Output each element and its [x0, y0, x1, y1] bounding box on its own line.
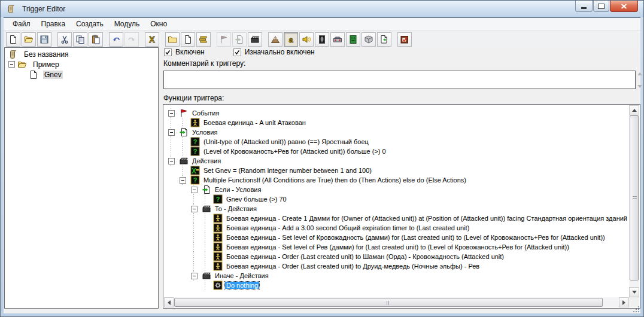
close-button[interactable]	[610, 1, 638, 12]
unit-action-icon	[190, 118, 200, 127]
new-category-button[interactable]	[165, 32, 180, 47]
tree-guide-line	[205, 233, 205, 242]
object-manager-button[interactable]	[362, 32, 376, 47]
scroll-down-button[interactable]	[629, 287, 639, 297]
trigger-function-row[interactable]: События	[164, 108, 629, 118]
paste-button[interactable]	[89, 32, 103, 47]
trigger-function-row[interactable]: X=Set Gnev = (Random integer number betw…	[164, 166, 629, 175]
unit-action-icon	[213, 223, 223, 233]
scroll-left-button[interactable]	[164, 297, 174, 307]
maximize-button[interactable]	[593, 1, 609, 12]
trigger-function-label: Do nothing	[225, 282, 259, 289]
minimize-button[interactable]	[575, 1, 593, 12]
left-tree-trigger[interactable]: Gnev	[5, 69, 158, 80]
enabled-checkbox[interactable]	[164, 48, 172, 56]
trigger-function-row[interactable]: ?Gnev больше (>) 70	[164, 194, 629, 204]
toolbar-separator	[104, 32, 109, 47]
vertical-scroll-thumb[interactable]	[630, 115, 639, 281]
test-map-button[interactable]	[397, 32, 412, 47]
collapse-toggle[interactable]	[168, 110, 175, 117]
trigger-function-row[interactable]: Do nothing	[164, 281, 629, 290]
trigger-function-row[interactable]: Иначе - Действия	[164, 271, 629, 281]
do-nothing-icon	[213, 281, 223, 290]
comment-input[interactable]	[163, 71, 636, 89]
undo-button[interactable]	[109, 32, 123, 47]
initially-on-checkbox[interactable]	[233, 48, 241, 56]
menu-item-5[interactable]: Окно	[145, 19, 172, 29]
menu-item-1[interactable]: Файл	[7, 19, 36, 29]
trigger-list-panel: Без названия Пример Gnev	[4, 47, 159, 309]
tree-guide-line	[205, 194, 205, 204]
trigger-function-row[interactable]: Если - Условия	[164, 185, 629, 194]
undo-icon	[111, 35, 121, 44]
tree-guide-line	[205, 261, 205, 271]
left-tree-category[interactable]: Пример	[5, 59, 158, 69]
collapse-toggle[interactable]	[191, 187, 198, 193]
campaign-editor-button[interactable]	[330, 32, 345, 47]
object-editor-button[interactable]	[315, 32, 329, 47]
trigger-function-row[interactable]: Боевая единица - A unit Атакован	[164, 118, 629, 127]
new-comment-button[interactable]	[196, 32, 211, 47]
trigger-function-row[interactable]: То - Действия	[164, 204, 629, 214]
scroll-up-button[interactable]	[629, 105, 639, 115]
import-manager-button[interactable]	[377, 32, 391, 47]
if-then-else-icon: ?	[190, 175, 200, 185]
unit-action-icon	[213, 233, 223, 242]
trigger-function-row[interactable]: Боевая единица - Add a 3.00 second Общий…	[164, 223, 629, 233]
trigger-function-row[interactable]: Боевая единица - Order (Last created uni…	[164, 252, 629, 261]
open-map-button[interactable]	[22, 32, 36, 47]
resize-grip[interactable]	[638, 311, 639, 312]
new-action-button[interactable]	[248, 32, 262, 47]
save-map-button[interactable]	[37, 32, 51, 47]
new-comment-icon	[199, 35, 208, 44]
trigger-function-label: Иначе - Действия	[214, 272, 270, 279]
scrollbar-corner	[629, 297, 639, 307]
trigger-function-row[interactable]: Действия	[164, 156, 629, 166]
trigger-function-row[interactable]: Боевая единица - Set level of Кровожадно…	[164, 233, 629, 242]
trigger-function-row[interactable]: ?(Level of Кровожаность+Рев for (Attacke…	[164, 147, 629, 156]
toolbar-separator	[53, 32, 57, 47]
tree-guide-line	[193, 233, 194, 242]
menu-item-3[interactable]: Создать	[71, 19, 109, 29]
toolbar-separator	[393, 32, 397, 47]
trigger-function-row[interactable]: Боевая единица - Order (Last created uni…	[164, 261, 629, 271]
cut-button[interactable]	[57, 32, 72, 47]
set-variable-icon: X=	[190, 166, 200, 175]
client-area: Без названия Пример Gnev Включен Изна	[4, 47, 640, 313]
horizontal-scroll-thumb[interactable]	[174, 298, 603, 307]
collapse-toggle[interactable]	[191, 206, 198, 212]
initially-on-checkbox-label: Изначально включен	[245, 48, 315, 56]
trigger-function-row[interactable]: ?(Unit-type of (Attacked unit)) равно (=…	[164, 137, 629, 147]
close-icon	[621, 4, 627, 9]
menu-item-4[interactable]: Модуль	[109, 19, 145, 29]
trigger-function-row[interactable]: Боевая единица - Set level of Рев (дамми…	[164, 242, 629, 252]
trigger-function-label: (Level of Кровожаность+Рев for (Attacked…	[202, 148, 387, 155]
trigger-function-row[interactable]: Боевая единица - Create 1 Дамми for (Own…	[164, 214, 629, 223]
import-manager-icon	[379, 35, 389, 44]
left-tree-root[interactable]: Без названия	[5, 49, 158, 59]
unit-action-icon	[213, 242, 223, 252]
comment-scroll-arrows	[637, 72, 642, 88]
collapse-toggle[interactable]	[168, 129, 175, 136]
expander-slot	[168, 158, 179, 164]
collapse-toggle[interactable]	[191, 273, 198, 279]
menu-item-2[interactable]: Правка	[36, 19, 71, 29]
terrain-editor-button[interactable]	[268, 32, 282, 47]
vertical-scrollbar[interactable]	[629, 105, 639, 297]
trigger-function-label: Боевая единица - Create 1 Дамми for (Own…	[225, 215, 629, 222]
delete-button[interactable]: X	[145, 32, 159, 47]
trigger-function-row[interactable]: ?Multiple FunctionsIf (All Conditions ar…	[164, 175, 629, 185]
collapse-toggle[interactable]	[180, 177, 186, 184]
trigger-function-label: Боевая единица - Set level of Рев (дамми…	[225, 243, 570, 251]
ai-editor-button[interactable]	[346, 32, 360, 47]
trigger-function-row[interactable]: Условия	[164, 127, 629, 137]
new-map-button[interactable]	[6, 32, 20, 47]
collapse-toggle[interactable]	[168, 158, 175, 164]
trigger-editor-button[interactable]: a	[284, 32, 298, 47]
sound-editor-button[interactable]	[299, 32, 314, 47]
horizontal-scrollbar[interactable]	[164, 297, 629, 307]
new-trigger-button[interactable]	[181, 32, 195, 47]
collapse-toggle[interactable]	[8, 61, 15, 68]
copy-button[interactable]	[73, 32, 87, 47]
scroll-right-button[interactable]	[619, 297, 629, 307]
